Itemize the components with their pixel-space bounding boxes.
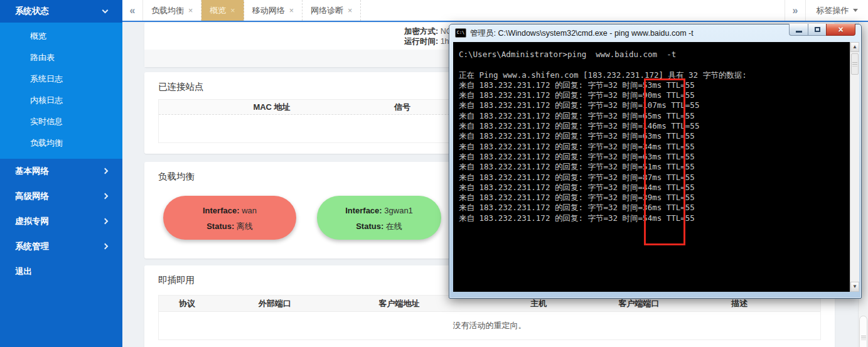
column-header-external-port: 外部端口 [259, 296, 291, 312]
window-buttons: × [789, 24, 855, 36]
scroll-tabs-right-button[interactable]: » [785, 0, 805, 21]
sidebar: 系统状态 概览 路由表 系统日志 内核日志 实时信息 负载均衡 基本网络 高级网… [0, 0, 122, 347]
chevron-right-icon [102, 193, 109, 200]
ping-time-highlight-box [644, 78, 685, 245]
scroll-up-button[interactable]: ▲ [850, 42, 859, 52]
column-header-mac: MAC 地址 [253, 100, 290, 115]
badge-status-row: Status: 在线 [317, 221, 441, 232]
sidebar-item-label: 虚拟专网 [15, 216, 49, 226]
close-button[interactable]: × [826, 24, 855, 36]
tab-bar: « 负载均衡 × 概览 × 移动网络 × 网络诊断 × » 标签操作 [122, 0, 868, 22]
sidebar-item-label: 系统状态 [15, 6, 49, 16]
tab-bar-right-controls: » 标签操作 [785, 0, 868, 21]
uptime-label: 运行时间: [404, 37, 438, 46]
uptime-row: 运行时间: 1h [404, 36, 449, 47]
sidebar-item-system-management[interactable]: 系统管理 [0, 234, 122, 259]
grip-icon [852, 62, 857, 67]
interface-value: wan [242, 206, 257, 215]
sidebar-item-kernel-log[interactable]: 内核日志 [0, 90, 122, 111]
status-value: 离线 [237, 222, 253, 231]
section-title: 负载均衡 [158, 171, 195, 183]
page-scrollbar-thumb[interactable] [859, 316, 867, 347]
upnp-table: 协议 外部端口 客户端地址 主机 客户端端口 描述 没有活动的重定向。 [158, 295, 821, 340]
scroll-tabs-left-button[interactable]: « [122, 0, 143, 21]
close-icon: × [838, 24, 843, 35]
column-header-protocol: 协议 [179, 296, 195, 312]
close-icon[interactable]: × [230, 6, 235, 15]
badge-interface-row: Interface: 3gwan1 [317, 206, 441, 215]
console-output: C:\Users\Administrator>ping www.baidu.co… [453, 42, 851, 292]
column-header-client-address: 客户端地址 [379, 296, 420, 312]
interface-label: Interface: [345, 206, 382, 215]
badge-interface-row: Interface: wan [163, 206, 296, 215]
chevron-down-icon [102, 8, 109, 14]
sidebar-item-basic-network[interactable]: 基本网络 [0, 159, 122, 184]
minimize-button[interactable] [789, 24, 808, 36]
encryption-label: 加密方式: [404, 27, 438, 36]
console-scrollbar-thumb[interactable] [851, 53, 859, 75]
tab-label: 概览 [210, 5, 226, 16]
cmd-icon: C:\ [455, 28, 466, 38]
interface-label: Interface: [203, 206, 240, 215]
sidebar-item-advanced-network[interactable]: 高级网络 [0, 184, 122, 209]
uptime-value: 1h [441, 37, 449, 46]
restore-icon [815, 27, 820, 32]
scroll-down-button[interactable]: ▼ [850, 282, 859, 292]
sidebar-item-label: 系统管理 [15, 242, 49, 251]
tab-actions-button[interactable]: 标签操作 [805, 0, 868, 21]
empty-table-message: 没有活动的重定向。 [159, 312, 820, 339]
close-icon[interactable]: × [289, 6, 294, 15]
wan-status-badge: Interface: wan Status: 离线 [163, 196, 296, 240]
sidebar-item-load-balance[interactable]: 负载均衡 [0, 132, 122, 154]
cmd-window: C:\ 管理员: C:\Windows\system32\cmd.exe - p… [449, 24, 862, 299]
badge-status-row: Status: 离线 [163, 221, 296, 232]
sidebar-item-label: 高级网络 [15, 191, 49, 201]
tab-network-diagnostics[interactable]: 网络诊断 × [303, 0, 361, 21]
tab-label: 负载均衡 [151, 5, 184, 16]
sidebar-item-system-status[interactable]: 系统状态 [0, 0, 122, 23]
minimize-icon [796, 31, 802, 33]
encryption-row: 加密方式: NO [404, 26, 452, 37]
caret-down-icon [853, 9, 858, 12]
chevron-right-icon [102, 243, 109, 250]
3gwan1-status-badge: Interface: 3gwan1 Status: 在线 [317, 196, 441, 240]
tab-label: 网络诊断 [311, 5, 343, 16]
section-title: 已连接站点 [158, 81, 204, 93]
sidebar-item-realtime-info[interactable]: 实时信息 [0, 111, 122, 132]
sidebar-item-logout[interactable]: 退出 [0, 259, 122, 284]
sidebar-item-vpn[interactable]: 虚拟专网 [0, 209, 122, 234]
console-line [459, 60, 851, 70]
console-scrollbar[interactable]: ▲ ▼ [850, 42, 859, 292]
window-title: 管理员: C:\Windows\system32\cmd.exe - ping … [470, 28, 694, 39]
tab-label: 移动网络 [252, 5, 285, 16]
restore-button[interactable] [808, 24, 826, 36]
close-icon[interactable]: × [188, 6, 193, 15]
console-line: C:\Users\Administrator>ping www.baidu.co… [459, 50, 851, 60]
sidebar-item-system-log[interactable]: 系统日志 [0, 68, 122, 90]
interface-value: 3gwan1 [384, 206, 413, 215]
tab-actions-label: 标签操作 [817, 5, 849, 16]
tab-mobile-network[interactable]: 移动网络 × [244, 0, 303, 21]
status-value: 在线 [386, 222, 402, 231]
sidebar-item-overview[interactable]: 概览 [0, 26, 122, 47]
sidebar-item-label: 基本网络 [15, 166, 49, 176]
close-icon[interactable]: × [348, 6, 352, 15]
sidebar-item-routing-table[interactable]: 路由表 [0, 47, 122, 68]
status-label: Status: [206, 222, 234, 231]
chevron-right-icon [102, 168, 109, 174]
section-title: 即插即用 [158, 274, 195, 286]
column-header-signal: 信号 [394, 100, 410, 115]
tab-overview[interactable]: 概览 × [201, 0, 244, 21]
chevron-right-icon [102, 218, 109, 225]
tab-load-balance[interactable]: 负载均衡 × [143, 0, 201, 21]
grip-icon [861, 336, 866, 340]
sidebar-submenu: 概览 路由表 系统日志 内核日志 实时信息 负载均衡 [0, 23, 122, 159]
status-label: Status: [356, 222, 383, 231]
sidebar-item-label: 退出 [15, 267, 32, 276]
router-admin-page: 系统状态 概览 路由表 系统日志 内核日志 实时信息 负载均衡 基本网络 高级网… [0, 0, 868, 347]
